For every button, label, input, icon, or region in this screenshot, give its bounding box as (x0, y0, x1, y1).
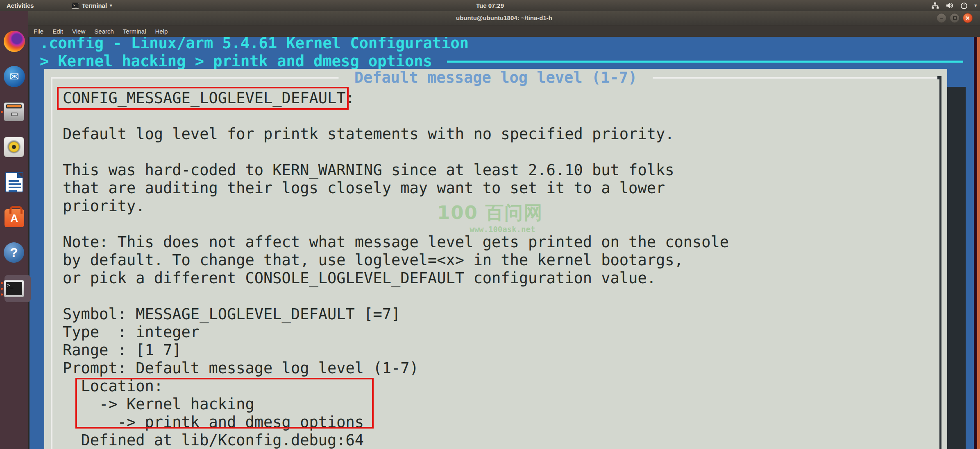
top-bar: Activities >_ Terminal ▾ Tue 07:29 ▾ (0, 0, 980, 11)
ubuntu-software-icon: A (5, 209, 24, 227)
menu-file[interactable]: File (30, 27, 47, 36)
terminal-icon: >_ (4, 280, 24, 297)
menuconfig-breadcrumb-row: > Kernel hacking > printk and dmesg opti… (40, 52, 970, 70)
files-icon (4, 102, 24, 121)
network-icon (931, 2, 939, 9)
rhythmbox-icon (4, 137, 24, 157)
power-icon (960, 2, 968, 9)
thunderbird-icon: ✉ (4, 66, 25, 87)
clock-label[interactable]: Tue 07:29 (476, 2, 504, 9)
volume-icon (946, 2, 954, 9)
libreoffice-writer-icon (5, 172, 23, 192)
tray-caret-icon: ▾ (974, 3, 977, 8)
clock: Tue 07:29 (0, 2, 980, 9)
dock-item-firefox[interactable] (4, 31, 25, 52)
scrollbar-thumb[interactable] (977, 37, 980, 449)
running-indicator-dot (1, 293, 3, 296)
running-indicator-dot (1, 288, 3, 290)
annotation-box-location (75, 378, 374, 429)
terminal-mini-icon: >_ (72, 3, 79, 9)
dialog-border-right (939, 77, 941, 449)
maximize-button[interactable] (950, 13, 960, 23)
app-menu-label: Terminal (82, 2, 107, 9)
menu-help[interactable]: Help (152, 27, 172, 36)
dock-item-terminal[interactable]: >_ (4, 278, 25, 299)
annotation-box-config (57, 87, 349, 110)
dock-item-rhythmbox[interactable] (4, 136, 25, 158)
help-icon: ? (4, 242, 24, 263)
running-indicator-dot (1, 111, 3, 113)
dock-item-help[interactable]: ? (4, 242, 25, 263)
dock-item-thunderbird[interactable]: ✉ (4, 66, 25, 87)
window-title-bar[interactable]: ubuntu@ubuntu1804: ~/tina-d1-h − ✕ (28, 11, 980, 25)
close-button[interactable]: ✕ (963, 13, 973, 23)
window-controls: − ✕ (937, 13, 973, 23)
breadcrumb-rule (447, 61, 963, 63)
menu-edit[interactable]: Edit (49, 27, 67, 36)
activities-button[interactable]: Activities (0, 0, 41, 11)
breadcrumb: > Kernel hacking > printk and dmesg opti… (40, 52, 441, 70)
dialog-border-left (51, 77, 52, 449)
menu-terminal[interactable]: Terminal (119, 27, 150, 36)
window-title: ubuntu@ubuntu1804: ~/tina-d1-h (28, 14, 980, 21)
help-dialog: Default message log level (1-7) CONFIG_M… (44, 69, 947, 449)
dock-item-ubuntu-software[interactable]: A (4, 207, 25, 228)
app-menu-terminal[interactable]: >_ Terminal ▾ (68, 0, 116, 11)
menu-bar: File Edit View Search Terminal Help (28, 25, 980, 37)
terminal-scrollbar[interactable] (974, 37, 980, 449)
menu-search[interactable]: Search (91, 27, 118, 36)
system-tray[interactable]: ▾ (931, 0, 977, 11)
running-indicator-dot (1, 282, 3, 284)
chevron-down-icon: ▾ (110, 3, 112, 8)
dock-item-files[interactable] (4, 101, 25, 122)
terminal-screen[interactable]: .config - Linux/arm 5.4.61 Kernel Config… (29, 37, 980, 449)
dock: ✉ A ? >_ (0, 11, 28, 449)
menu-view[interactable]: View (68, 27, 89, 36)
dialog-title: Default message log level (1-7) (338, 69, 653, 87)
dock-item-libreoffice-writer[interactable] (4, 171, 25, 193)
minimize-button[interactable]: − (937, 13, 946, 23)
menuconfig-header: .config - Linux/arm 5.4.61 Kernel Config… (40, 37, 469, 52)
firefox-icon (4, 31, 25, 52)
